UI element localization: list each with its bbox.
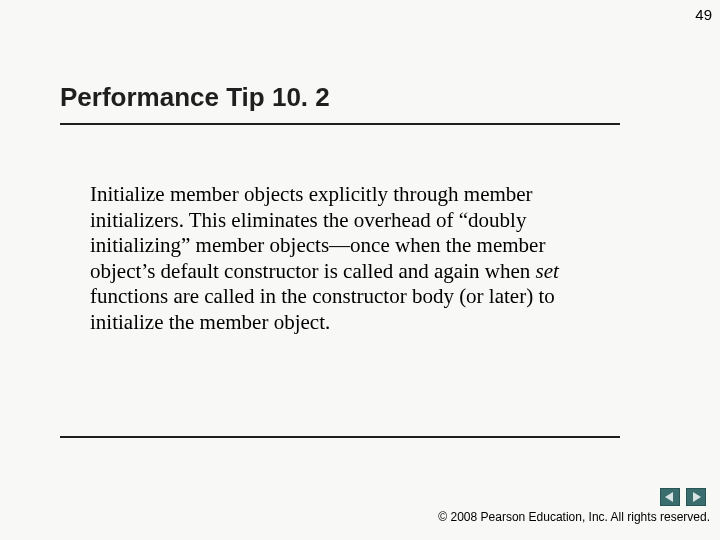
page-number: 49 [695, 6, 712, 23]
body-pre: Initialize member objects explicitly thr… [90, 182, 545, 283]
svg-marker-0 [665, 492, 673, 502]
svg-marker-1 [693, 492, 701, 502]
title-underline [60, 123, 620, 125]
triangle-left-icon [665, 492, 675, 502]
body-italic-word: set [536, 259, 559, 283]
prev-slide-button[interactable] [660, 488, 680, 506]
next-slide-button[interactable] [686, 488, 706, 506]
body-post: functions are called in the constructor … [90, 284, 555, 334]
copyright-text: © 2008 Pearson Education, Inc. All right… [438, 510, 710, 524]
body-paragraph: Initialize member objects explicitly thr… [90, 182, 610, 336]
title-block: Performance Tip 10. 2 [60, 82, 620, 125]
slide-title: Performance Tip 10. 2 [60, 82, 620, 121]
bottom-underline [60, 436, 620, 438]
triangle-right-icon [691, 492, 701, 502]
slide-nav [660, 488, 706, 506]
